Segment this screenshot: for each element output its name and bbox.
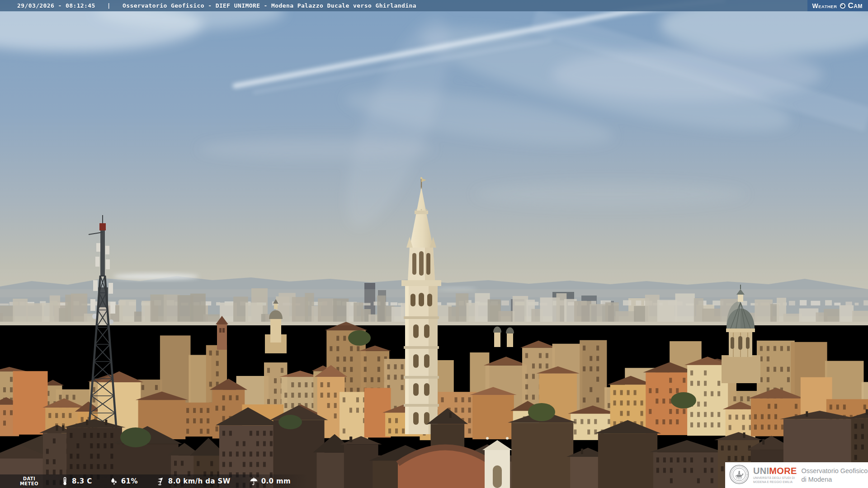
umbrella-icon [250,477,258,486]
weathercam-word-weather: Weather [812,2,837,9]
precipitation-reading: 0.0 mm [250,477,291,486]
weather-data-label: DATI METEO [20,476,38,486]
unimore-seal: 1175 [729,464,750,487]
separator: | [107,2,111,9]
weather-data-strip: DATI METEO 8.3 C 61% [0,474,307,488]
webcam-frame: 29/03/2026 - 08:12:45 | Osservatorio Geo… [0,0,868,488]
seal-year: 1175 [738,479,741,480]
unimore-wordmark: UNIMORE UNIVERSITÀ DEGLI STUDI DI MODENA… [753,466,797,484]
webcam-lens-icon [840,3,846,9]
top-overlay-bar: 29/03/2026 - 08:12:45 | Osservatorio Geo… [0,0,868,11]
humidity-reading: 61% [109,477,138,486]
weathercam-word-cam: Cam [848,1,863,10]
humidity-icon [109,477,118,486]
unimore-logo-card: 1175 UNIMORE UNIVERSITÀ DEGLI STUDI DI M… [725,462,868,488]
thermometer-icon [61,477,69,486]
webcam-photo [0,0,868,488]
camera-title: Osservatorio Geofisico - DIEF UNIMORE - … [123,2,416,9]
temperature-reading: 8.3 C [61,477,92,486]
timestamp: 29/03/2026 - 08:12:45 [17,2,95,9]
weathercam-watermark: Weather Cam [807,0,868,11]
wind-reading: 8.0 km/h da SW [156,477,231,486]
twin-cupolas [493,327,514,347]
observatory-name: Osservatorio Geofisico di Modena [802,467,868,483]
wind-icon [156,477,165,486]
